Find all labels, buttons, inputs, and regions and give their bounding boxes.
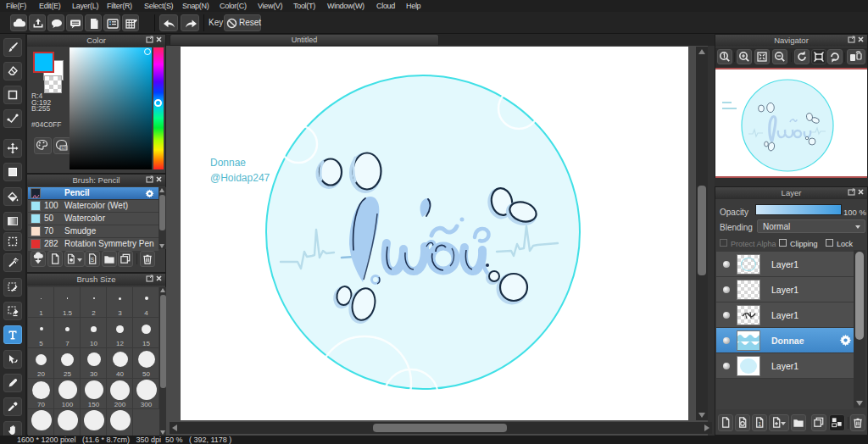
svg-text:1: 1 (759, 421, 762, 427)
svg-text:S: S (91, 257, 95, 263)
svg-text:123: 123 (61, 146, 67, 150)
svg-text:Donnae: Donnae (210, 157, 246, 169)
svg-text:@Hoidap247: @Hoidap247 (210, 172, 270, 184)
